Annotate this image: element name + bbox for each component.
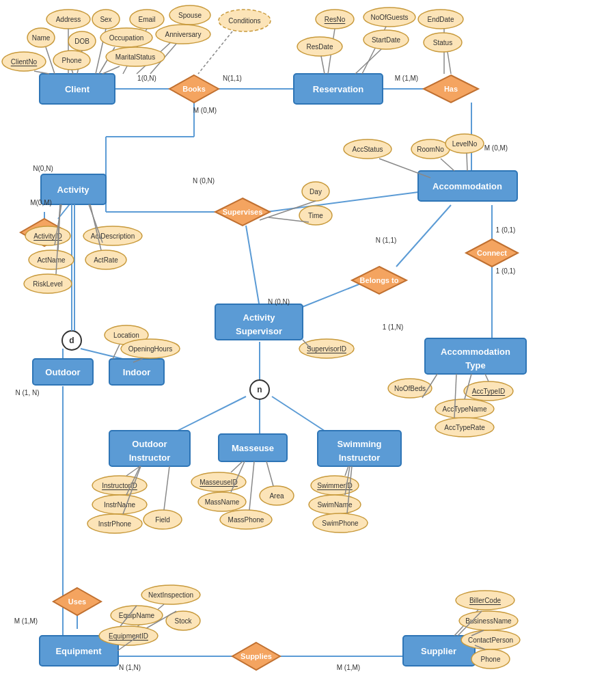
card-supervisor-belongs: 1 (1,N) <box>383 323 404 331</box>
line-accstatus <box>379 159 430 178</box>
books-label: Books <box>182 85 206 93</box>
line-field <box>164 466 169 510</box>
card-supervisor-n0n: N (0,N) <box>268 298 290 306</box>
card-supervises-n: N (0,N) <box>193 177 215 185</box>
supplier-label: Supplier <box>421 646 456 656</box>
card-books-reservation: N(1,1) <box>223 75 242 82</box>
connect-label: Connect <box>477 249 507 257</box>
attr-occupation-text: Occupation <box>109 34 144 42</box>
supplies-label: Supplies <box>240 652 272 660</box>
line-roomno <box>441 159 454 171</box>
attr-location-text: Location <box>113 332 139 339</box>
attr-acctypename-text: AccTypeName <box>442 405 486 413</box>
attr-instrname-text: InstrName <box>104 501 136 509</box>
attr-name-text: Name <box>32 34 51 42</box>
attr-email-text: Email <box>138 16 155 23</box>
attr-contactperson-text: ContactPerson <box>468 636 513 644</box>
attr-spouse-text: Spouse <box>178 12 202 19</box>
outdoor-instructor-label1: Outdoor <box>132 439 167 449</box>
client-label: Client <box>65 84 90 94</box>
line-resdate <box>321 56 325 74</box>
card-outdoor-n1n: N (1, N) <box>16 389 40 396</box>
accommodation-label: Accommodation <box>432 181 502 191</box>
card-prefers-m: M(0,M) <box>30 199 52 206</box>
attr-startdate-text: StartDate <box>372 36 401 44</box>
attr-phone-text: Phone <box>62 57 82 64</box>
line-area <box>266 461 273 486</box>
attr-clientno-text: ClientNo <box>11 58 38 66</box>
attr-swimphone-text: SwimPhone <box>322 520 359 527</box>
card-books-m0m: M (0,M) <box>193 107 217 114</box>
attr-massname-text: MassName <box>205 498 240 506</box>
masseuse-label: Masseuse <box>232 443 274 453</box>
activity-supervisor-label2: Supervisor <box>236 326 282 336</box>
indoor-label: Indoor <box>123 367 150 377</box>
attr-resdate-text: ResDate <box>307 43 333 51</box>
overlap-label: n <box>257 385 262 394</box>
attr-address-text: Address <box>56 16 81 23</box>
attr-accstatus-text: AccStatus <box>352 146 383 153</box>
supervises-accommodation-line <box>266 191 424 212</box>
attr-equipname-text: EquipName <box>119 612 155 619</box>
attr-noofbeds-text: NoOfBeds <box>394 385 426 392</box>
attr-openinghours-text: OpeningHours <box>128 345 172 353</box>
attr-actrate-text: ActRate <box>94 256 118 264</box>
line-swimmerid <box>345 466 348 476</box>
attr-acctyperate-text: AccTypeRate <box>444 424 485 431</box>
accommodation-type-label1: Accommodation <box>441 347 510 357</box>
attr-area-text: Area <box>269 492 284 500</box>
attr-conditions-text: Conditions <box>228 17 260 25</box>
attr-dob-text: DOB <box>74 38 90 45</box>
attr-billercode-text: BillerCode <box>469 597 501 604</box>
outdoor-label: Outdoor <box>45 367 80 377</box>
card-has-acc: M (0,M) <box>484 144 508 152</box>
has-label: Has <box>444 85 458 93</box>
supervises-supervisor-line <box>246 226 260 308</box>
attr-supervisorid-text: SupervisorID <box>307 345 346 353</box>
attr-maritalstatus-text: MaritalStatus <box>115 53 155 61</box>
card-reservation-has: M (1,M) <box>395 75 418 82</box>
equipment-label: Equipment <box>55 646 102 656</box>
line-marital <box>102 66 120 74</box>
attr-massphone-text: MassPhone <box>228 516 264 524</box>
attr-levelno-text: LevelNo <box>452 140 478 148</box>
card-equip-supplies: N (1,N) <box>119 664 141 671</box>
attr-field-text: Field <box>155 516 170 524</box>
attr-sex-text: Sex <box>100 16 111 23</box>
attr-day-text: Day <box>310 188 322 196</box>
accommodation-belongs-line <box>396 205 451 267</box>
diagram-container: Books Has Supervises Prefers Connect Bel… <box>0 0 591 700</box>
attr-anniversary-text: Anniversary <box>165 31 202 38</box>
line-startdate <box>355 49 381 74</box>
attr-roomno-text: RoomNo <box>417 146 444 153</box>
reservation-label: Reservation <box>313 84 363 94</box>
swimming-instructor-label2: Instructor <box>339 453 381 463</box>
card-activity-n0n: N(0,N) <box>33 165 53 172</box>
attr-instrphone-text: InstrPhone <box>98 520 132 528</box>
attr-actname-text: ActName <box>37 256 66 264</box>
line-levelno <box>467 153 467 171</box>
line-acctypeid <box>485 374 489 381</box>
attr-acctypeid-text: AccTypeID <box>472 388 505 395</box>
attr-status-text: Status <box>433 39 452 46</box>
attr-enddate-text: EndDate <box>428 16 454 23</box>
outdoor-instructor-label2: Instructor <box>129 453 171 463</box>
card-client-books: 1(0,N) <box>137 75 156 82</box>
supervises-label: Supervises <box>223 208 263 216</box>
swimming-instructor-label1: Swimming <box>337 439 381 449</box>
card-belongs-n11: N (1,1) <box>376 237 397 244</box>
card-equipment-m1m: M (1,M) <box>14 617 38 625</box>
attr-noofguests-text: NoOfGuests <box>370 14 408 21</box>
attr-phone-supplier-text: Phone <box>481 656 501 663</box>
line-massphone <box>249 461 254 510</box>
disjoint-label: d <box>69 336 74 345</box>
attr-resno-text: ResNo <box>325 16 346 23</box>
attr-stock-text: Stock <box>174 617 192 625</box>
card-supplier-supplies: M (1,M) <box>337 664 360 671</box>
attr-nextinspection-text: NextInspection <box>148 591 193 599</box>
accommodation-type-label2: Type <box>465 360 485 371</box>
activity-label: Activity <box>57 185 90 195</box>
attr-risklevel-text: RiskLevel <box>33 280 62 288</box>
attr-masseuseID-text: MasseuseID <box>200 479 238 486</box>
line-status <box>448 52 451 74</box>
